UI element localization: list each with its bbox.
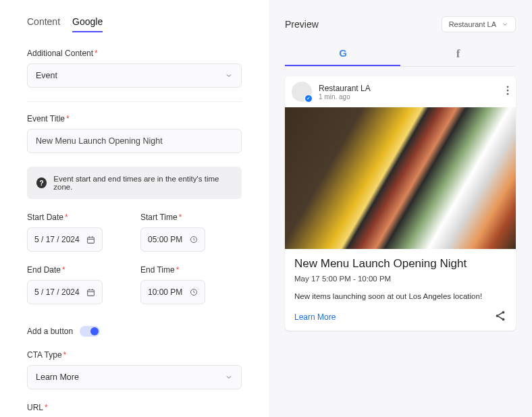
account-select[interactable]: Restaurant LA <box>442 16 516 32</box>
cta-type-select[interactable]: Learn More <box>27 365 242 389</box>
card-description: New items launching soon at out Los Ange… <box>294 292 506 300</box>
section-divider <box>27 101 242 102</box>
card-menu-button[interactable] <box>506 86 509 98</box>
calendar-icon <box>86 235 95 244</box>
card-datetime: May 17 5:00 PM - 10:00 PM <box>294 275 506 283</box>
card-title: New Menu Launch Opening Night <box>294 257 506 271</box>
svg-point-12 <box>507 93 509 95</box>
top-tabs: Content Google <box>27 16 242 32</box>
end-time-label: End Time* <box>140 265 242 275</box>
end-date-input[interactable]: 5 / 17 / 2024 <box>27 280 103 304</box>
preview-tab-facebook[interactable]: f <box>400 42 516 66</box>
cta-type-label: CTA Type* <box>27 350 242 360</box>
end-time-input[interactable]: 10:00 PM <box>140 280 205 304</box>
svg-point-10 <box>507 86 509 88</box>
preview-panel: Preview Restaurant LA G f ✓ Restaurant L… <box>269 0 532 417</box>
info-banner-text: Event start and end times are in the ent… <box>53 175 232 191</box>
start-date-input[interactable]: 5 / 17 / 2024 <box>27 227 103 252</box>
avatar: ✓ <box>292 82 312 102</box>
card-hero-image <box>285 107 516 249</box>
end-date-label: End Date* <box>27 265 128 275</box>
add-button-label: Add a button <box>27 327 73 336</box>
facebook-logo-icon: f <box>456 47 460 61</box>
chevron-down-icon <box>502 21 508 28</box>
event-title-input[interactable]: New Menu Launch Opening Night <box>27 129 242 153</box>
tab-google[interactable]: Google <box>72 16 103 32</box>
chevron-down-icon <box>225 72 233 80</box>
verified-badge-icon: ✓ <box>304 94 313 103</box>
add-button-toggle[interactable] <box>80 326 100 337</box>
timezone-info-banner: ? Event start and end times are in the e… <box>27 167 242 199</box>
svg-rect-0 <box>87 237 94 243</box>
preview-card: ✓ Restaurant LA 1 min. ago New Menu Laun… <box>285 76 516 331</box>
additional-content-select[interactable]: Event <box>27 63 242 88</box>
preview-platform-tabs: G f <box>285 42 516 67</box>
card-author-name: Restaurant LA <box>319 84 371 93</box>
start-time-label: Start Time* <box>140 213 242 222</box>
card-timestamp: 1 min. ago <box>319 93 371 101</box>
question-icon: ? <box>36 177 47 188</box>
share-icon[interactable] <box>494 310 506 324</box>
card-cta-link[interactable]: Learn More <box>294 312 336 322</box>
event-title-label: Event Title* <box>27 114 242 123</box>
clock-icon <box>190 235 198 244</box>
calendar-icon <box>86 288 95 297</box>
preview-tab-google[interactable]: G <box>285 42 400 66</box>
form-panel: Content Google Additional Content* Event… <box>0 0 269 417</box>
additional-content-label: Additional Content* <box>27 49 242 58</box>
start-time-input[interactable]: 05:00 PM <box>140 227 205 252</box>
start-date-label: Start Date* <box>27 213 128 222</box>
clock-icon <box>190 288 198 296</box>
chevron-down-icon <box>225 373 233 381</box>
url-label: URL* <box>27 403 242 412</box>
svg-rect-5 <box>87 289 94 296</box>
svg-point-11 <box>507 90 509 92</box>
preview-heading: Preview <box>285 19 319 30</box>
google-logo-icon: G <box>339 47 346 59</box>
tab-content[interactable]: Content <box>27 16 60 32</box>
